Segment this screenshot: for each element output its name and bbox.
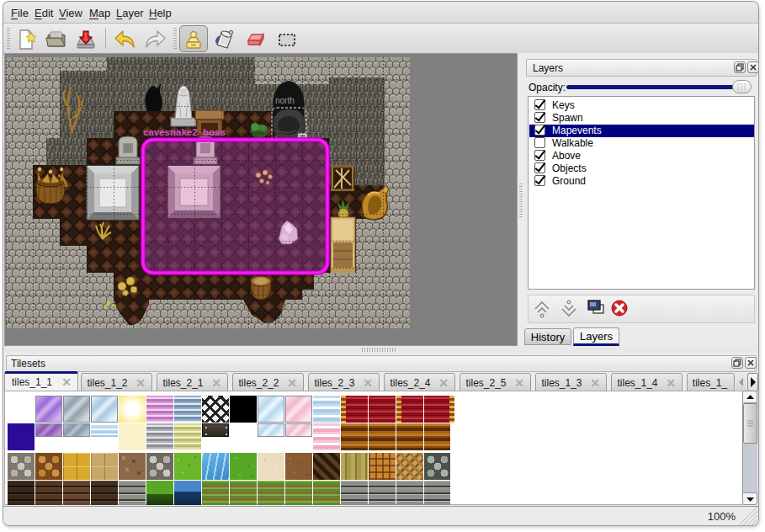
svg-text:cavesnake2_boss: cavesnake2_boss	[143, 127, 226, 137]
svg-text:north: north	[275, 96, 295, 105]
